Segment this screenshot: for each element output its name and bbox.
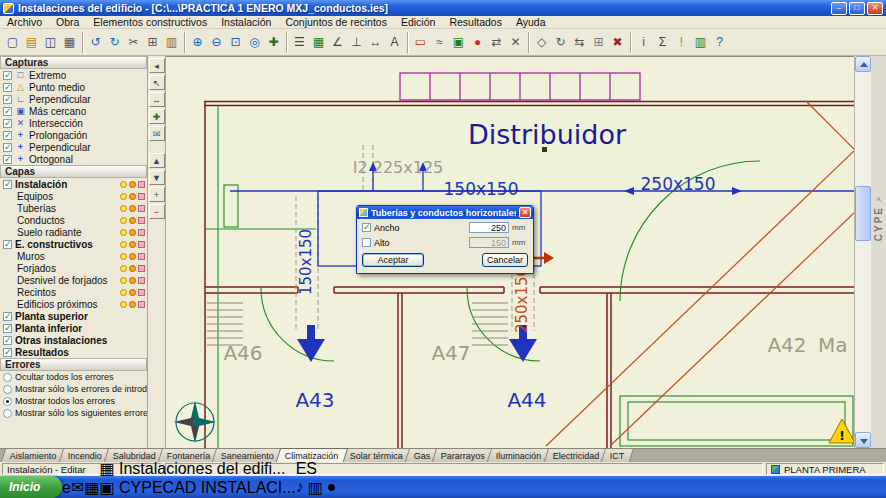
split-tool-icon[interactable]: ✕ [506, 32, 525, 53]
restore-button[interactable]: □ [849, 2, 865, 15]
layer-row[interactable]: Otras instalaciones [0, 334, 147, 346]
pan-hand-icon[interactable]: ✚ [149, 109, 165, 124]
layer-edit-icon[interactable] [138, 241, 145, 248]
layer-color-badge[interactable] [129, 265, 136, 272]
layer-visibility-badge[interactable] [120, 241, 127, 248]
layer-row[interactable]: Conductos [0, 214, 147, 226]
layer-edit-icon[interactable] [138, 205, 145, 212]
capture-option[interactable]: + Ortogonal [0, 153, 147, 165]
layer-edit-icon[interactable] [138, 253, 145, 260]
layer-visibility-badge[interactable] [120, 193, 127, 200]
panel-collapse-icon[interactable]: ◂ [149, 58, 165, 73]
mail-icon[interactable]: ✉ [71, 479, 84, 496]
checkbox[interactable] [3, 143, 12, 152]
layer-visibility-badge[interactable] [120, 265, 127, 272]
checkbox[interactable] [3, 71, 12, 80]
toolbar-icon[interactable] [404, 32, 411, 53]
status-floor[interactable]: PLANTA PRIMERA [766, 463, 884, 475]
error-filter-option[interactable]: Mostrar sólo los errores de introducción… [0, 383, 147, 395]
layer-visibility-badge[interactable] [120, 229, 127, 236]
redo-icon[interactable]: ↻ [105, 32, 124, 53]
zoom-window-icon[interactable]: ⊡ [226, 32, 245, 53]
menu-item[interactable]: Resultados [442, 16, 509, 28]
layer-color-badge[interactable] [129, 301, 136, 308]
ortho-icon[interactable]: ∠ [328, 32, 347, 53]
layer-edit-icon[interactable] [138, 289, 145, 296]
drawing-canvas[interactable]: ! Distribuidor I2 225x125 150x150 250x15… [166, 56, 854, 448]
layer-color-badge[interactable] [129, 181, 136, 188]
help-icon[interactable]: ? [710, 32, 729, 53]
calculate-icon[interactable]: Σ [653, 32, 672, 53]
close-button[interactable]: ✕ [867, 2, 883, 15]
toolbar-icon[interactable] [181, 32, 188, 53]
layer-color-badge[interactable] [129, 193, 136, 200]
layer-edit-icon[interactable] [138, 301, 145, 308]
layer-row[interactable]: Edificios próximos [0, 298, 147, 310]
layer-row[interactable]: Recintos [0, 286, 147, 298]
node-tool-icon[interactable]: ● [468, 32, 487, 53]
layer-up-icon[interactable]: ▲ [149, 153, 165, 168]
layer-visibility-badge[interactable] [120, 205, 127, 212]
radio-button[interactable] [3, 409, 12, 418]
checkbox[interactable] [3, 312, 12, 321]
menu-item[interactable]: Ayuda [509, 16, 553, 28]
layer-visibility-badge[interactable] [120, 277, 127, 284]
duct-tool-icon[interactable]: ▭ [411, 32, 430, 53]
layer-edit-icon[interactable] [138, 265, 145, 272]
mirror-icon[interactable]: ⇆ [570, 32, 589, 53]
layer-row[interactable]: Planta inferior [0, 322, 147, 334]
move-icon[interactable]: ◇ [532, 32, 551, 53]
task-cypecad[interactable]: ▣ CYPECAD INSTALACI... [99, 478, 295, 497]
zoom-out-icon[interactable]: ⊖ [207, 32, 226, 53]
results-icon[interactable]: ▥ [691, 32, 710, 53]
open-file-icon[interactable]: ▤ [22, 32, 41, 53]
checkbox[interactable] [3, 131, 12, 140]
layer-visibility-badge[interactable] [120, 253, 127, 260]
menu-item[interactable]: Instalación [214, 16, 278, 28]
menu-item[interactable]: Conjuntos de recintos [278, 16, 394, 28]
layer-row[interactable]: Tuberías [0, 202, 147, 214]
text-tool-icon[interactable]: A [385, 32, 404, 53]
capture-option[interactable]: ✕ Intersección [0, 117, 147, 129]
toolbar-icon[interactable] [627, 32, 634, 53]
section-tab[interactable]: Solar térmica [340, 448, 412, 462]
section-tab[interactable]: ICT [601, 448, 634, 462]
paste-icon[interactable]: ▥ [162, 32, 181, 53]
measure-icon[interactable]: ↔ [366, 32, 385, 53]
value-input[interactable]: 250 [469, 222, 509, 233]
side-tool-icon[interactable] [149, 143, 165, 151]
layer-row[interactable]: Suelo radiante [0, 226, 147, 238]
toolbar-icon[interactable] [525, 32, 532, 53]
layer-row[interactable]: Instalación [0, 178, 147, 190]
checkbox[interactable] [3, 240, 12, 249]
dialog-close-icon[interactable]: ✕ [519, 207, 531, 218]
layer-edit-icon[interactable] [138, 217, 145, 224]
pan-icon[interactable]: ✚ [264, 32, 283, 53]
toolbar-icon[interactable] [79, 32, 86, 53]
print-icon[interactable]: ▦ [60, 32, 79, 53]
section-tab[interactable]: Electricidad [544, 448, 609, 462]
measure-tool-icon[interactable]: ↔ [149, 92, 165, 107]
checkbox[interactable] [3, 348, 12, 357]
section-tab[interactable]: Climatización [276, 448, 348, 462]
layer-edit-icon[interactable] [138, 181, 145, 188]
info-icon[interactable]: i [634, 32, 653, 53]
error-filter-option[interactable]: Ocultar todos los errores [0, 371, 147, 383]
section-tab[interactable]: Aislamiento [1, 448, 66, 462]
capture-option[interactable]: △ Punto medio [0, 81, 147, 93]
error-filter-option[interactable]: Mostrar sólo los siguientes errores [0, 407, 147, 419]
radio-button[interactable] [3, 385, 12, 394]
capture-option[interactable]: + Prolongación [0, 129, 147, 141]
layer-row[interactable]: E. constructivos [0, 238, 147, 250]
task-instalaciones[interactable]: ▦ Instalaciones del edifi... [99, 459, 295, 478]
start-button[interactable]: Inicio [0, 476, 62, 498]
accept-button[interactable]: Aceptar [362, 253, 424, 267]
layer-row[interactable]: Forjados [0, 262, 147, 274]
layer-color-badge[interactable] [129, 289, 136, 296]
capture-option[interactable]: ▣ Más cercano [0, 105, 147, 117]
language-indicator[interactable]: ES [296, 460, 317, 477]
scroll-down-icon[interactable] [855, 432, 871, 448]
radio-button[interactable] [3, 373, 12, 382]
check-errors-icon[interactable]: ! [672, 32, 691, 53]
error-filter-option[interactable]: Mostrar todos los errores [0, 395, 147, 407]
